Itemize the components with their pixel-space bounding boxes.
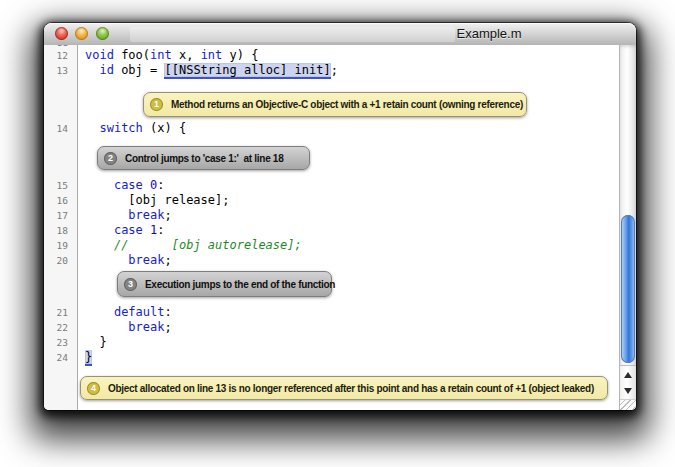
code-segment: : xyxy=(157,223,164,237)
code-segment: break xyxy=(128,253,164,267)
code-line-14[interactable]: 14 switch (x) { xyxy=(44,121,619,136)
titlebar[interactable]: Example.m xyxy=(44,23,636,46)
bubble-number-badge: 1 xyxy=(150,98,163,111)
line-number: 19 xyxy=(44,238,68,253)
code-text: case 0: xyxy=(85,178,165,193)
code-line-12[interactable]: 12void foo(int x, int y) { xyxy=(44,48,619,63)
code-segment xyxy=(85,208,128,222)
window-example-m: Example.m 1112void foo(int x, int y) {13… xyxy=(44,23,636,410)
scrollbar-thumb[interactable] xyxy=(621,215,635,363)
arrow-down-icon xyxy=(624,388,632,394)
code-line-17[interactable]: 17 break; xyxy=(44,208,619,223)
code-line-16[interactable]: 16 [obj release]; xyxy=(44,193,619,208)
code-text: } xyxy=(85,335,107,350)
resize-grip-icon[interactable] xyxy=(620,399,636,410)
code-text: break; xyxy=(85,208,172,223)
code-text: void foo(int x, int y) { xyxy=(85,48,258,63)
code-segment xyxy=(85,253,128,267)
line-number: 12 xyxy=(44,48,68,63)
code-line-24[interactable]: 24} xyxy=(44,350,619,365)
code-line-18[interactable]: 18 case 1: xyxy=(44,223,619,238)
zoom-button[interactable] xyxy=(96,27,109,40)
code-line-13[interactable]: 13 id obj = [[NSString alloc] init]; xyxy=(44,63,619,78)
code-line-22[interactable]: 22 break; xyxy=(44,320,619,335)
titlebar-strip xyxy=(130,27,455,42)
bubble-text: Method returns an Objective-C object wit… xyxy=(171,99,523,110)
code-segment: } xyxy=(85,335,107,349)
code-line-19[interactable]: 19 // [obj autorelease]; xyxy=(44,238,619,253)
code-text: case 1: xyxy=(85,223,165,238)
code-segment: // [obj autorelease]; xyxy=(114,238,302,252)
code-line-20[interactable]: 20 break; xyxy=(44,253,619,268)
code-segment xyxy=(143,223,150,237)
code-line-21[interactable]: 21 default: xyxy=(44,305,619,320)
code-text: // [obj autorelease]; xyxy=(85,238,302,253)
code-segment: default xyxy=(114,305,165,319)
code-segment: id xyxy=(99,63,113,77)
close-button[interactable] xyxy=(55,27,68,40)
line-number: 15 xyxy=(44,178,68,193)
code-segment xyxy=(85,238,114,252)
code-segment: break xyxy=(128,208,164,222)
minimize-button[interactable] xyxy=(75,27,88,40)
code-segment: (x) { xyxy=(143,121,186,135)
code-segment: int xyxy=(150,48,172,62)
window-title: Example.m xyxy=(429,26,549,41)
code-segment xyxy=(85,305,114,319)
bubble-text: Execution jumps to the end of the functi… xyxy=(145,279,335,290)
arrow-up-icon xyxy=(624,372,632,378)
code-text: } xyxy=(85,350,92,365)
code-line-15[interactable]: 15 case 0: xyxy=(44,178,619,193)
code-text: [obj release]; xyxy=(85,193,230,208)
code-segment: case xyxy=(114,178,143,192)
line-number: 21 xyxy=(44,305,68,320)
analyzer-highlight: } xyxy=(85,350,92,366)
line-number: 23 xyxy=(44,335,68,350)
code-segment: void xyxy=(85,48,114,62)
code-segment: : xyxy=(157,178,164,192)
scroll-down-button[interactable] xyxy=(620,382,636,399)
line-number: 24 xyxy=(44,350,68,365)
code-segment: break xyxy=(128,320,164,334)
line-number: 16 xyxy=(44,193,68,208)
code-segment: foo( xyxy=(114,48,150,62)
line-number: 18 xyxy=(44,223,68,238)
code-segment xyxy=(85,178,114,192)
analyzer-bubble-2[interactable]: 2Control jumps to 'case 1:' at line 18 xyxy=(97,146,310,170)
bubble-text: Object allocated on line 13 is no longer… xyxy=(108,383,594,394)
code-text: id obj = [[NSString alloc] init]; xyxy=(85,63,338,78)
analyzer-bubble-4[interactable]: 4Object allocated on line 13 is no longe… xyxy=(80,376,608,400)
bubble-text: Control jumps to 'case 1:' at line 18 xyxy=(125,153,283,164)
bubble-number-badge: 3 xyxy=(124,278,137,291)
code-segment: ; xyxy=(164,253,171,267)
analyzer-bubble-1[interactable]: 1Method returns an Objective-C object wi… xyxy=(143,92,527,117)
code-segment xyxy=(85,121,99,135)
line-number: 20 xyxy=(44,253,68,268)
editor-content: 1112void foo(int x, int y) {13 id obj = … xyxy=(44,45,636,410)
code-text: break; xyxy=(85,320,172,335)
code-segment: switch xyxy=(99,121,142,135)
code-segment xyxy=(85,223,114,237)
code-text: break; xyxy=(85,253,172,268)
analyzer-highlight: [[NSString alloc] init] xyxy=(164,63,330,79)
bubble-number-badge: 2 xyxy=(104,152,117,165)
bubble-number-badge: 4 xyxy=(87,382,100,395)
code-segment: int xyxy=(201,48,223,62)
code-segment xyxy=(85,63,99,77)
line-number: 17 xyxy=(44,208,68,223)
code-segment: ; xyxy=(331,63,338,77)
vertical-scrollbar[interactable] xyxy=(619,45,636,410)
code-segment: x, xyxy=(172,48,201,62)
line-number: 14 xyxy=(44,121,68,136)
code-segment: y) { xyxy=(222,48,258,62)
code-segment xyxy=(85,320,128,334)
code-segment: : xyxy=(164,305,171,319)
code-segment: obj = xyxy=(114,63,165,77)
code-segment: ; xyxy=(164,208,171,222)
code-segment xyxy=(143,178,150,192)
line-number: 13 xyxy=(44,63,68,78)
code-line-23[interactable]: 23 } xyxy=(44,335,619,350)
scrollbar-track[interactable] xyxy=(620,45,636,365)
scroll-up-button[interactable] xyxy=(620,365,636,383)
analyzer-bubble-3[interactable]: 3Execution jumps to the end of the funct… xyxy=(117,271,332,297)
